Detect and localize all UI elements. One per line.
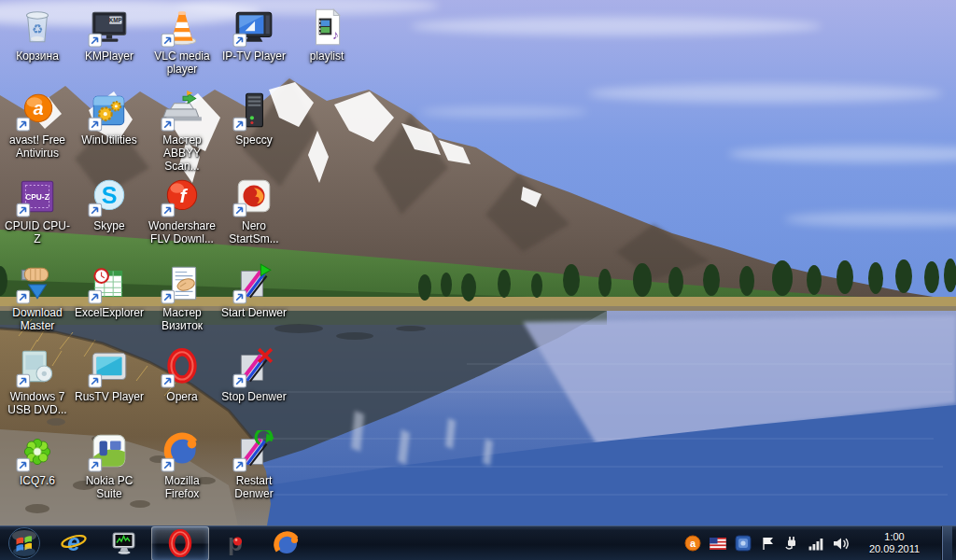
keyboard-layout-us-flag-icon[interactable] (710, 532, 726, 554)
desktop-icon-iptv-player[interactable]: IP-TV Player (218, 6, 289, 63)
spreadsheet-icon (88, 262, 131, 305)
desktop-icon-label: RusTV Player (74, 390, 145, 403)
rustv-icon (88, 346, 131, 389)
avast-icon: a (16, 90, 59, 133)
monitor-waveform-icon (110, 531, 138, 555)
svg-text:♪: ♪ (332, 28, 339, 42)
desktop-icon-restart-denwer[interactable]: Restart Denwer (218, 430, 289, 500)
desktop-icon-label: ICQ7.6 (2, 474, 73, 487)
desktop-icon-abbyy-scan[interactable]: Мастер ABBYY Scan... (147, 90, 218, 173)
desktop-icon-vlc[interactable]: VLC media player (147, 6, 218, 76)
firefox-icon (161, 430, 204, 473)
taskbar-internet-explorer[interactable]: e (49, 527, 99, 560)
desktop: ♻ Корзина KMP KMPlayer VLC media player (0, 0, 956, 560)
svg-text:S: S (102, 182, 118, 208)
desktop-icon-label: Skype (74, 219, 145, 232)
taskbar: e p (0, 525, 956, 560)
vlc-cone-icon (161, 6, 204, 49)
playlist-file-icon: ♪ (305, 6, 348, 49)
desktop-icon-start-denwer[interactable]: Start Denwer (218, 262, 289, 319)
kmplayer-icon: KMP (88, 6, 131, 49)
desktop-icon-stop-denwer[interactable]: Stop Denwer (218, 346, 289, 403)
desktop-icon-label: playlist (291, 49, 362, 63)
taskbar-firefox[interactable] (261, 527, 312, 560)
safely-remove-hardware-icon[interactable] (783, 532, 800, 554)
taskbar-p-red-dot-app[interactable]: p (211, 527, 261, 560)
svg-text:♻: ♻ (32, 22, 43, 36)
denwer-restart-icon (232, 430, 275, 473)
desktop-icon-icq[interactable]: ICQ7.6 (2, 430, 73, 487)
desktop-icon-vizitki[interactable]: Мастер Визиток (147, 262, 218, 332)
action-center-flag-icon[interactable] (760, 532, 775, 554)
avast-tray-icon[interactable]: a (684, 532, 701, 554)
desktop-icon-label: Stop Denwer (218, 390, 289, 403)
flv-downloader-icon: f (161, 175, 204, 218)
desktop-icon-label: Mozilla Firefox (147, 474, 218, 500)
show-desktop-button[interactable] (941, 526, 952, 560)
network-signal-icon[interactable] (808, 532, 824, 554)
desktop-icon-label: Start Denwer (218, 306, 289, 319)
desktop-icon-skype[interactable]: S Skype (74, 175, 145, 232)
desktop-icon-label: WinUtilities (74, 133, 145, 147)
taskbar-clock[interactable]: 1:00 20.09.2011 (858, 531, 931, 555)
opera-icon (161, 346, 204, 389)
icq-flower-icon (16, 430, 59, 473)
blue-app-tray-icon[interactable] (735, 532, 752, 554)
desktop-icon-label: IP-TV Player (218, 49, 289, 63)
desktop-icon-firefox[interactable]: Mozilla Firefox (147, 430, 218, 500)
svg-text:a: a (690, 538, 696, 549)
desktop-icon-excelexplorer[interactable]: ExcelExplorer (74, 262, 145, 319)
desktop-icon-cpuz[interactable]: CPU-Z CPUID CPU-Z (2, 175, 73, 245)
desktop-icon-speccy[interactable]: Speccy (218, 90, 289, 147)
desktop-icon-rustv[interactable]: RusTV Player (74, 346, 145, 403)
p-red-dot-icon: p (222, 529, 250, 557)
desktop-icon-nero[interactable]: Nero StartSm... (218, 175, 289, 245)
opera-icon (167, 529, 193, 557)
desktop-icon-label: Корзина (2, 49, 73, 63)
desktop-icon-opera[interactable]: Opera (147, 346, 218, 403)
taskbar-tv-monitor-app[interactable] (99, 527, 149, 560)
taskbar-opera-active[interactable] (151, 526, 209, 560)
desktop-icon-label: CPUID CPU-Z (2, 219, 73, 245)
cpu-chip-icon: CPU-Z (16, 175, 59, 218)
desktop-icon-avast[interactable]: a avast! Free Antivirus (2, 90, 73, 160)
denwer-stop-icon (232, 346, 275, 389)
desktop-icon-label: Opera (147, 390, 218, 403)
desktop-icon-label: ExcelExplorer (74, 306, 145, 319)
desktop-icon-label: Windows 7 USB DVD... (2, 390, 73, 416)
desktop-icon-download-master[interactable]: Download Master (2, 262, 73, 332)
desktop-icon-kmplayer[interactable]: KMP KMPlayer (74, 6, 145, 63)
windows-logo-icon (7, 526, 41, 560)
desktop-icon-playlist[interactable]: ♪ playlist (291, 6, 362, 63)
firefox-icon (273, 529, 301, 557)
svg-text:a: a (34, 98, 44, 119)
start-button[interactable] (0, 526, 49, 560)
skype-icon: S (88, 175, 131, 218)
desktop-icon-label: Restart Denwer (218, 474, 289, 500)
scanner-icon (161, 90, 204, 133)
desktop-icon-label: avast! Free Antivirus (2, 133, 73, 160)
desktop-icon-label: Download Master (2, 306, 73, 332)
svg-text:e: e (67, 529, 80, 555)
winutilities-icon (88, 90, 131, 133)
desktop-icon-label: Nero StartSm... (218, 219, 289, 245)
desktop-icon-wondershare-flv[interactable]: f Wondershare FLV Downl... (147, 175, 218, 245)
win7-usb-dvd-icon (16, 346, 59, 389)
volume-icon[interactable] (833, 532, 850, 554)
desktop-icon-nokia-pc-suite[interactable]: Nokia PC Suite (74, 430, 145, 500)
pc-tower-icon (232, 90, 275, 133)
desktop-icon-label: Speccy (218, 133, 289, 147)
system-tray: a (684, 526, 956, 560)
nero-flame-icon (232, 175, 275, 218)
nokia-pc-suite-icon (88, 430, 131, 473)
svg-text:CPU-Z: CPU-Z (25, 192, 49, 202)
desktop-icon-label: KMPlayer (74, 49, 145, 63)
desktop-icon-win7-usb-dvd[interactable]: Windows 7 USB DVD... (2, 346, 73, 416)
svg-text:KMP: KMP (109, 17, 122, 23)
desktop-icon-recycle-bin[interactable]: ♻ Корзина (2, 6, 73, 63)
desktop-icon-winutilities[interactable]: WinUtilities (74, 90, 145, 147)
recycle-bin-icon: ♻ (16, 6, 59, 49)
clock-time: 1:00 (860, 531, 929, 543)
tv-icon (232, 6, 275, 49)
internet-explorer-icon: e (60, 529, 88, 557)
